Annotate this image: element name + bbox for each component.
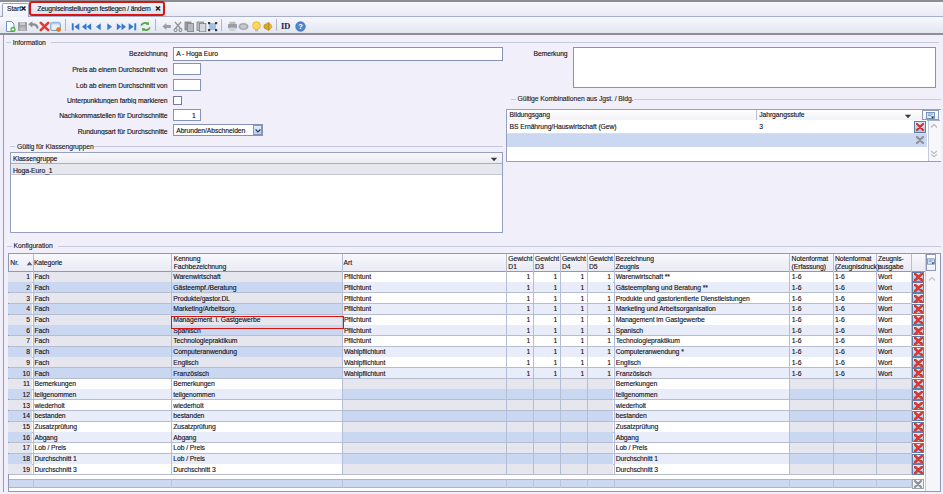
svg-text:?: ? xyxy=(298,22,303,31)
